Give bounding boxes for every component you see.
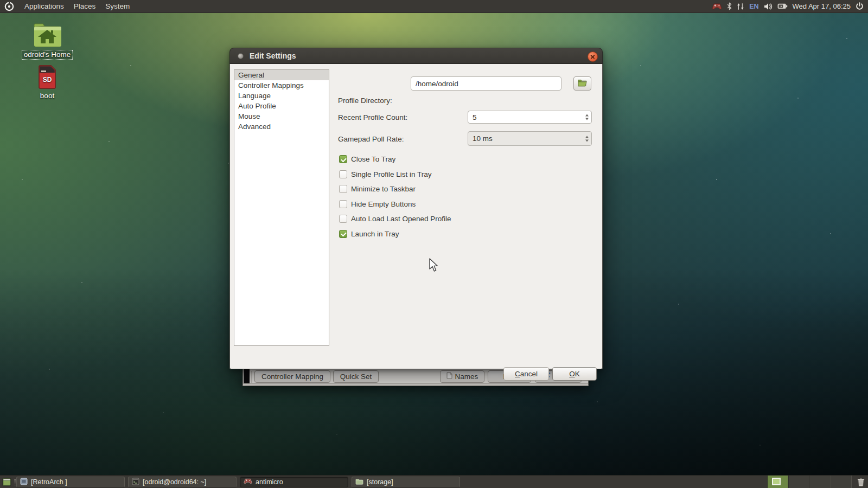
checkbox-row-single-profile-list[interactable]: Single Profile List in Tray [339,170,451,178]
checkbox[interactable] [339,185,347,193]
button-label: Quick Set [340,371,372,382]
profile-directory-input[interactable] [411,76,561,91]
system-tray: EN Wed Apr 17, 06:25 [712,2,868,10]
spinbox-value: 5 [473,113,477,121]
svg-text:SD: SD [43,76,52,84]
dialog-body: General Controller Mappings Language Aut… [229,64,603,369]
window-icon [238,53,244,59]
checkbox-row-launch-in-tray[interactable]: Launch in Tray [339,230,451,238]
checkbox-row-hide-empty-buttons[interactable]: Hide Empty Buttons [339,200,451,208]
clock[interactable]: Wed Apr 17, 06:25 [793,2,851,10]
gamepad-icon [244,478,252,486]
trash-icon[interactable] [856,477,866,487]
task-terminal[interactable]: [odroid@odroid64: ~] [128,477,237,487]
recent-profile-count-spinbox[interactable]: 5 [468,111,592,124]
checkbox[interactable] [339,155,347,163]
edit-settings-dialog: Edit Settings General Controller Mapping… [229,48,603,369]
workspace-4[interactable] [831,476,852,488]
retroarch-icon [20,478,28,487]
battery-icon[interactable] [777,3,788,9]
gamepad-poll-rate-label: Gamepad Poll Rate: [338,134,404,144]
checkbox[interactable] [339,230,347,238]
checkbox[interactable] [339,170,347,178]
task-retroarch[interactable]: [RetroArch ] [16,477,125,487]
terminal-icon [132,478,139,487]
checkbox-row-minimize-to-taskbar[interactable]: Minimize to Taskbar [339,185,451,193]
controller-mapping-button[interactable]: Controller Mapping [254,370,330,383]
toolbar-handle[interactable] [251,371,253,383]
checkbox-label: Hide Empty Buttons [351,200,416,208]
button-label: Names [455,371,478,382]
desktop-icon-home[interactable]: odroid's Home [18,23,76,59]
task-storage[interactable]: [storage] [352,477,460,487]
task-label: [RetroArch ] [31,478,67,486]
settings-category-list: General Controller Mappings Language Aut… [234,69,329,346]
task-label: [odroid@odroid64: ~] [143,478,206,486]
workspace-window-thumbnail [772,478,781,485]
gamepad-poll-rate-spinbox[interactable]: 10 ms [468,131,592,146]
checkbox-row-close-to-tray[interactable]: Close To Tray [339,155,451,163]
menu-places[interactable]: Places [69,0,101,13]
task-antimicro[interactable]: antimicro [240,477,348,487]
category-controller-mappings[interactable]: Controller Mappings [234,80,329,91]
bottom-panel: [RetroArch ] [odroid@odroid64: ~] antimi… [0,475,868,488]
names-button[interactable]: Names [440,370,484,383]
home-folder-icon [33,23,61,49]
checkbox[interactable] [339,215,347,223]
desktop-icon-label: odroid's Home [22,50,73,59]
keyboard-layout-indicator[interactable]: EN [749,3,758,10]
panel-handle[interactable] [14,479,16,485]
cancel-button[interactable]: Cancel [503,367,549,381]
checkbox[interactable] [339,200,347,208]
checkbox-label: Auto Load Last Opened Profile [351,215,451,223]
category-general[interactable]: General [234,70,329,80]
volume-icon[interactable] [764,3,773,10]
checkbox-label: Minimize to Taskbar [351,185,416,193]
top-panel: Applications Places System EN Wed Apr 17… [0,0,868,13]
window-content-edge [244,369,250,383]
browse-folder-button[interactable] [573,76,591,91]
desktop-icon-label: boot [39,92,56,100]
quick-set-button[interactable]: Quick Set [333,370,379,383]
gamepad-tray-icon[interactable] [712,3,722,10]
workspace-1[interactable] [767,476,788,488]
menu-applications[interactable]: Applications [20,0,69,13]
distro-logo-icon[interactable] [4,2,14,11]
checkbox-label: Launch in Tray [351,230,399,238]
ok-button[interactable]: OK [552,367,597,381]
checkbox-label: Single Profile List in Tray [351,170,432,178]
task-label: [storage] [367,478,393,486]
document-icon [446,371,452,382]
menu-system[interactable]: System [100,0,135,13]
workspace-3[interactable] [809,476,831,488]
desktop-icon-boot[interactable]: SD boot [18,65,76,100]
button-label: Controller Mapping [261,371,323,382]
power-icon[interactable] [856,2,864,10]
category-auto-profile[interactable]: Auto Profile [234,101,329,111]
dialog-title: Edit Settings [250,52,296,60]
bluetooth-icon[interactable] [727,2,732,10]
spinner-arrows-icon[interactable] [585,136,589,142]
status-bar-sliver [243,383,588,386]
task-label: antimicro [256,478,283,486]
workspace-2[interactable] [788,476,809,488]
show-desktop-button[interactable] [1,477,12,487]
checkbox-row-auto-load-profile[interactable]: Auto Load Last Opened Profile [339,215,451,223]
dialog-titlebar[interactable]: Edit Settings [229,48,603,64]
folder-icon [355,478,363,486]
network-arrows-icon[interactable] [737,3,744,10]
spinbox-value: 10 ms [473,134,493,143]
profile-directory-label: Profile Directory: [338,96,392,105]
open-folder-icon [578,79,587,88]
workspace-switcher [767,476,852,488]
options-checkbox-group: Close To Tray Single Profile List in Tra… [339,155,451,238]
category-mouse[interactable]: Mouse [234,111,329,121]
sd-card-icon: SD [37,65,58,91]
checkbox-label: Close To Tray [351,155,395,163]
category-language[interactable]: Language [234,91,329,101]
category-advanced[interactable]: Advanced [234,121,329,132]
close-icon[interactable] [588,52,598,62]
mouse-cursor [429,258,441,274]
spinner-arrows-icon[interactable] [585,114,589,120]
recent-profile-count-label: Recent Profile Count: [338,113,407,122]
